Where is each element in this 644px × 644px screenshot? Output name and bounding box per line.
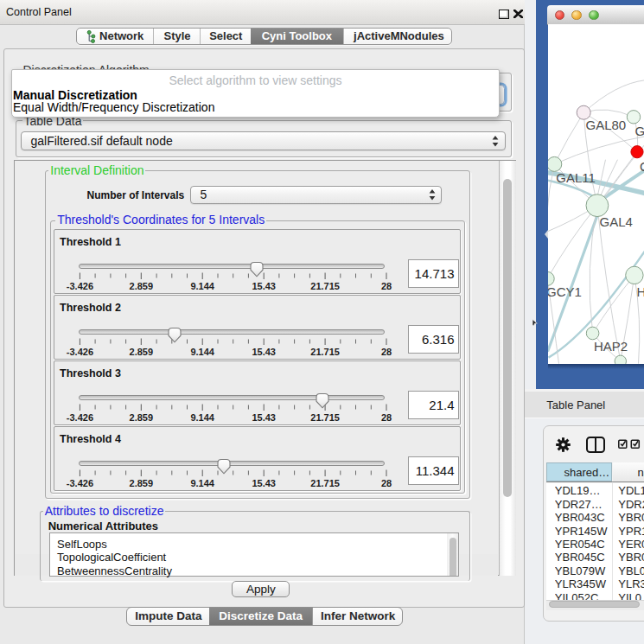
svg-text:9.144: 9.144	[190, 478, 214, 488]
svg-text:9.144: 9.144	[190, 281, 214, 291]
svg-text:21.715: 21.715	[310, 478, 340, 488]
svg-text:15.43: 15.43	[252, 281, 276, 291]
svg-text:21.715: 21.715	[310, 412, 340, 423]
svg-text:2.859: 2.859	[130, 281, 154, 291]
svg-text:9.144: 9.144	[190, 412, 214, 423]
svg-text:15.43: 15.43	[252, 347, 276, 357]
svg-text:2.859: 2.859	[130, 347, 154, 357]
svg-text:GAL4: GAL4	[599, 214, 632, 229]
svg-text:-3.426: -3.426	[67, 347, 93, 357]
svg-text:GAL11: GAL11	[556, 170, 596, 185]
svg-text:-3.426: -3.426	[67, 281, 93, 291]
svg-text:HIS: HIS	[636, 284, 644, 299]
svg-text:15.43: 15.43	[252, 412, 276, 423]
svg-text:9.144: 9.144	[190, 347, 214, 357]
svg-text:21.715: 21.715	[310, 281, 340, 291]
svg-text:28: 28	[381, 281, 392, 291]
svg-text:28: 28	[381, 412, 392, 423]
svg-text:GA: GA	[634, 124, 644, 138]
svg-text:15.43: 15.43	[252, 478, 276, 488]
svg-text:28: 28	[381, 478, 392, 488]
svg-text:-3.426: -3.426	[67, 412, 93, 423]
svg-text:HAP2: HAP2	[593, 339, 627, 354]
svg-text:C: C	[640, 159, 644, 174]
svg-text:GCY1: GCY1	[548, 284, 582, 299]
svg-text:2.859: 2.859	[130, 478, 154, 488]
svg-text:21.715: 21.715	[310, 347, 340, 357]
svg-text:28: 28	[381, 347, 392, 357]
svg-text:2.859: 2.859	[130, 412, 154, 423]
svg-text:-3.426: -3.426	[67, 478, 93, 488]
svg-text:GAL80: GAL80	[585, 118, 626, 132]
